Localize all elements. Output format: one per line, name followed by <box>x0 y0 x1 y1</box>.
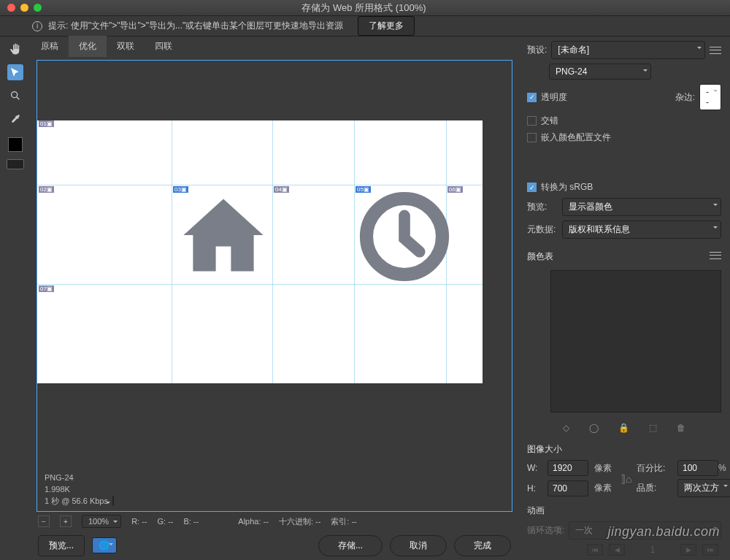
foreground-color-swatch[interactable] <box>8 137 23 152</box>
interlace-checkbox[interactable] <box>527 116 537 126</box>
last-frame-button: ⏭ <box>702 544 718 556</box>
format-select[interactable]: PNG-24 <box>549 64 651 80</box>
clock-icon <box>357 189 452 284</box>
height-input[interactable] <box>548 480 588 496</box>
zoom-select[interactable]: 100% <box>82 515 121 528</box>
hex-value: 十六进制: -- <box>279 516 320 527</box>
convert-srgb-checkbox[interactable]: ✓ <box>527 183 537 192</box>
color-table-menu-icon[interactable] <box>710 252 721 259</box>
ct-icon-3[interactable]: 🔒 <box>618 423 629 433</box>
home-icon <box>176 188 271 283</box>
interlace-label: 交错 <box>541 115 558 127</box>
quality-label: 品质: <box>637 482 673 494</box>
tab-original[interactable]: 原稿 <box>31 36 69 57</box>
width-label: W: <box>527 463 543 473</box>
alpha-value: Alpha: -- <box>238 517 269 526</box>
tip-text: 提示: 使用"文件">"导出">"导出为..."或右键单击某个图层可更快速地导出… <box>48 20 343 32</box>
color-table <box>550 270 721 413</box>
embed-profile-checkbox[interactable] <box>527 133 537 142</box>
image-size-label: 图像大小 <box>527 443 721 456</box>
color-r: R: -- <box>131 517 147 526</box>
browser-preview-menu[interactable]: 🌐 <box>92 537 117 553</box>
ct-icon-4[interactable]: ⬚ <box>649 423 657 433</box>
matte-label: 杂边: <box>675 91 695 104</box>
frame-number: 1 <box>631 545 675 555</box>
percent-unit: % <box>718 463 730 473</box>
quality-select[interactable]: 两次立方 <box>677 479 730 497</box>
save-button[interactable]: 存储... <box>318 535 383 556</box>
preset-select[interactable]: [未命名] <box>551 41 705 59</box>
preview-button[interactable]: 预览... <box>38 535 85 556</box>
prev-frame-button: ◀ <box>609 544 625 556</box>
close-window[interactable] <box>7 4 15 12</box>
transparency-label: 透明度 <box>541 91 567 104</box>
ct-icon-5[interactable]: 🗑 <box>677 423 685 433</box>
toggle-slices-icon[interactable] <box>7 159 24 169</box>
convert-srgb-label: 转换为 sRGB <box>541 181 593 193</box>
next-frame-button: ▶ <box>680 544 696 556</box>
preset-menu-icon[interactable] <box>710 47 721 54</box>
transparency-checkbox[interactable]: ✓ <box>527 93 537 102</box>
link-dimensions-icon[interactable]: ⟧⌂ <box>620 473 632 485</box>
percent-label: 百分比: <box>637 462 673 475</box>
svg-point-0 <box>12 92 18 98</box>
window-title: 存储为 Web 所用格式 (100%) <box>42 1 686 15</box>
index-value: 索引: -- <box>331 516 356 527</box>
zoom-window[interactable] <box>34 4 42 12</box>
learn-more-button[interactable]: 了解更多 <box>358 16 415 36</box>
tab-2up[interactable]: 双联 <box>107 36 145 57</box>
eyedropper-tool[interactable] <box>7 111 23 127</box>
tab-4up[interactable]: 四联 <box>145 36 182 57</box>
embed-profile-label: 嵌入颜色配置文件 <box>541 131 611 144</box>
preview-canvas[interactable]: 01▣ 02▣ 03▣ 04▣ 05▣ 06▣ 07▣ <box>36 60 512 512</box>
zoom-out-button[interactable]: − <box>38 515 50 527</box>
preview-info: PNG-24 1.998K 1 秒 @ 56.6 Kbps <box>37 467 512 511</box>
preset-label: 预设: <box>527 44 547 56</box>
color-table-label: 颜色表 <box>527 250 705 263</box>
ct-icon-1[interactable]: ◇ <box>563 423 569 433</box>
animation-label: 动画 <box>527 505 721 517</box>
matte-select[interactable]: -- <box>699 84 721 110</box>
zoom-tool[interactable] <box>7 88 23 104</box>
width-input[interactable] <box>548 460 588 476</box>
hand-tool[interactable] <box>7 41 23 57</box>
height-label: H: <box>527 483 543 494</box>
first-frame-button: ⏮ <box>587 544 603 556</box>
watermark: jingyan.baidu.com <box>607 524 720 540</box>
info-icon: i <box>32 21 42 31</box>
minimize-window[interactable] <box>20 4 28 12</box>
width-unit: 像素 <box>594 462 616 475</box>
color-b: B: -- <box>184 517 199 526</box>
zoom-in-button[interactable]: + <box>60 515 72 527</box>
percent-input[interactable] <box>677 460 718 476</box>
ct-icon-2[interactable]: ◯ <box>589 423 599 433</box>
cancel-button[interactable]: 取消 <box>390 535 447 556</box>
done-button[interactable]: 完成 <box>454 535 511 556</box>
color-g: G: -- <box>158 517 174 526</box>
height-unit: 像素 <box>594 482 616 494</box>
loop-label: 循环选项: <box>527 524 564 537</box>
metadata-label: 元数据: <box>527 223 558 236</box>
preview-select[interactable]: 显示器颜色 <box>562 198 721 216</box>
slice-select-tool[interactable] <box>7 64 23 80</box>
tab-optimized[interactable]: 优化 <box>69 36 107 57</box>
metadata-select[interactable]: 版权和联系信息 <box>562 220 721 239</box>
preview-label: 预览: <box>527 201 558 213</box>
bandwidth-menu[interactable] <box>112 496 114 506</box>
